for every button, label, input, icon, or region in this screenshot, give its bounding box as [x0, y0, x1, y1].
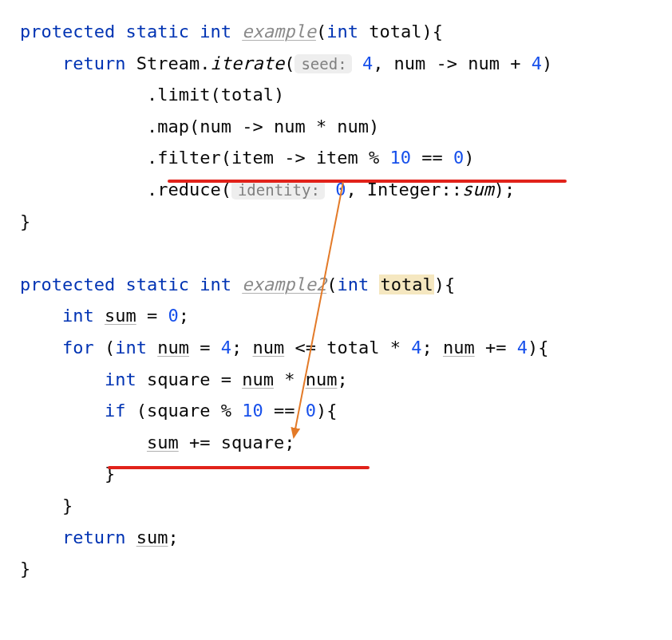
brace: } — [62, 496, 73, 516]
code-line: int square = num * num; — [20, 364, 652, 396]
punct: ; — [337, 369, 347, 389]
keyword: static — [125, 275, 188, 294]
number: 0 — [168, 306, 178, 326]
method-decl: example2 — [242, 275, 326, 294]
number: 0 — [453, 148, 464, 168]
code-line: protected static int example(int total){ — [20, 16, 652, 48]
class-ref: Stream — [136, 53, 200, 73]
keyword: int — [62, 306, 94, 326]
var: sum — [105, 306, 136, 326]
punct: ) — [542, 53, 552, 73]
var: sum — [136, 527, 168, 547]
args: (num -> num * num) — [189, 117, 379, 136]
method-call: .filter — [147, 148, 221, 168]
punct: ( — [94, 338, 116, 358]
op: = — [189, 338, 221, 358]
red-underline-2 — [108, 466, 370, 469]
blank-line — [20, 237, 652, 269]
var: num — [252, 338, 284, 358]
punct: ) — [464, 148, 474, 168]
number: 0 — [306, 401, 316, 421]
args: (total) — [210, 85, 284, 105]
punct: ; — [231, 338, 253, 358]
text: (square % — [125, 401, 242, 421]
code-line: protected static int example2(int total)… — [20, 269, 652, 301]
var: num — [306, 369, 338, 389]
code-line: sum += square; — [20, 427, 652, 459]
punct: ; — [421, 338, 443, 358]
op: <= total * — [284, 338, 411, 358]
keyword: int — [200, 275, 231, 294]
var: sum — [147, 433, 179, 452]
code-line: } — [20, 553, 652, 585]
code-line: .filter(item -> item % 10 == 0) — [20, 142, 652, 174]
args: (item -> item % — [221, 148, 390, 168]
code-line: } — [20, 490, 652, 522]
keyword: return — [62, 53, 125, 73]
op: == — [411, 148, 453, 168]
op: = — [136, 306, 168, 326]
text: square = — [136, 369, 242, 389]
code-line: return sum; — [20, 522, 652, 554]
brace: } — [20, 211, 30, 231]
code-line: return Stream.iterate(seed: 4, num -> nu… — [20, 48, 652, 80]
code-line: .reduce(identity: 0, Integer::sum); — [20, 174, 652, 206]
op: += — [475, 338, 517, 358]
keyword: if — [105, 401, 126, 421]
punct: ; — [179, 306, 189, 326]
number: 4 — [221, 338, 231, 358]
keyword: static — [125, 22, 188, 41]
var: num — [443, 338, 475, 358]
var: num — [242, 369, 274, 389]
method-call: .limit — [147, 85, 210, 105]
code-line: } — [20, 206, 652, 238]
code-line: .map(num -> num * num) — [20, 111, 652, 143]
number: 10 — [390, 148, 412, 168]
param-hint: identity: — [231, 180, 325, 200]
keyword: int — [200, 22, 231, 41]
number: 4 — [411, 338, 421, 358]
method-call: iterate — [210, 53, 284, 73]
code-line: int sum = 0; — [20, 300, 652, 332]
method-decl: example — [242, 22, 316, 41]
red-underline-1 — [168, 180, 567, 183]
number: 4 — [517, 338, 528, 358]
keyword: return — [62, 527, 125, 547]
var: num — [157, 338, 189, 358]
brace: } — [20, 559, 30, 579]
code-line: for (int num = 4; num <= total * 4; num … — [20, 332, 652, 364]
punct: ){ — [316, 401, 338, 421]
code-line: if (square % 10 == 0){ — [20, 395, 652, 427]
code-block: protected static int example(int total){… — [20, 16, 652, 585]
op: == — [263, 401, 306, 421]
method-call: .map — [147, 117, 189, 136]
number: 4 — [532, 53, 542, 73]
punct: ; — [168, 527, 178, 547]
text: += square; — [179, 433, 295, 452]
number: 10 — [242, 401, 263, 421]
param: total — [369, 22, 421, 41]
keyword: int — [115, 338, 147, 358]
keyword: int — [105, 369, 136, 389]
param-highlighted: total — [379, 275, 433, 294]
param-hint: seed: — [294, 54, 351, 73]
keyword: protected — [20, 275, 115, 294]
keyword: int — [326, 22, 358, 41]
keyword: for — [62, 338, 94, 358]
keyword: int — [337, 275, 369, 294]
op: * — [274, 369, 306, 389]
code-line: } — [20, 458, 652, 490]
punct: ){ — [528, 338, 549, 358]
keyword: protected — [20, 22, 115, 41]
code-line: .limit(total) — [20, 79, 652, 111]
number: 4 — [362, 53, 373, 73]
lambda: , num -> num + — [373, 53, 532, 73]
